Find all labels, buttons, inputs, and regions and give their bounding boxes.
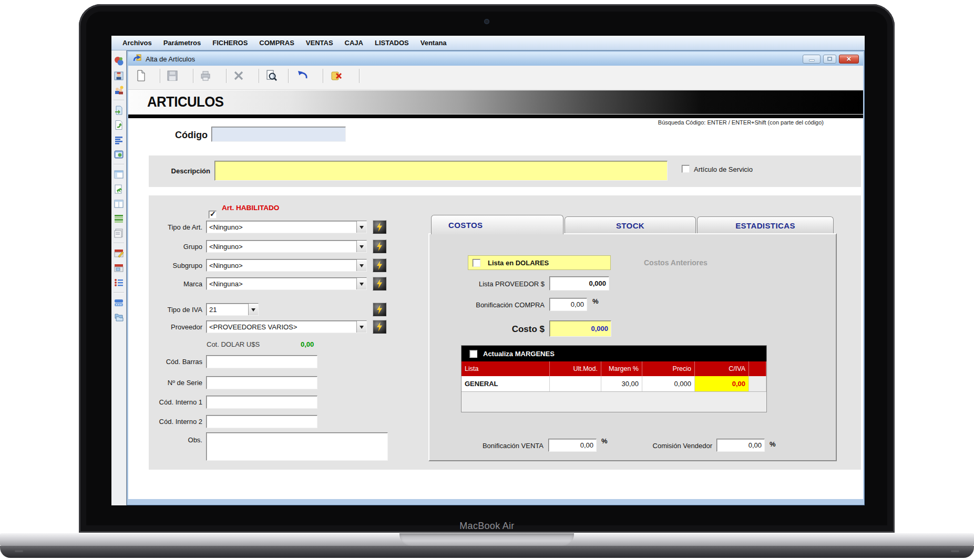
toolbar-separator [288, 69, 289, 83]
margenes-data-row: GENERAL 30,00 0,000 0,00 [462, 376, 766, 392]
lista-proveedor-input[interactable] [549, 276, 609, 291]
lightning-icon [376, 279, 383, 288]
bonif-venta-label: Bonificación VENTA [450, 442, 544, 450]
exit-icon[interactable] [329, 68, 344, 83]
minimize-button[interactable] [803, 55, 821, 64]
tipo-iva-lightning-button[interactable] [373, 303, 386, 316]
bonif-compra-percent: % [592, 297, 599, 305]
toolbar-separator [259, 69, 259, 83]
search-icon[interactable] [264, 68, 279, 83]
search-hint: Búsqueda Código: ENTER / ENTER+Shift (co… [520, 119, 824, 126]
grupo-lightning-button[interactable] [373, 240, 386, 253]
cell-margen[interactable]: 30,00 [601, 376, 642, 391]
grupo-select[interactable]: <Ninguno> [206, 240, 367, 253]
tab-stock-label: STOCK [616, 221, 644, 230]
sidebar-table-green-icon[interactable] [113, 213, 125, 224]
tipo-art-lightning-button[interactable] [373, 220, 386, 234]
obs-textarea[interactable] [206, 432, 388, 461]
cell-lista[interactable]: GENERAL [462, 376, 550, 391]
save-icon[interactable] [165, 68, 180, 83]
tipo-art-select[interactable]: <Ninguno> [206, 221, 367, 233]
chevron-down-icon[interactable] [356, 321, 366, 333]
comision-label: Comisión Vendedor [628, 442, 712, 450]
menu-item-compras[interactable]: COMPRAS [253, 39, 300, 47]
proveedor-lightning-button[interactable] [373, 320, 386, 334]
chevron-down-icon[interactable] [248, 304, 258, 315]
tipo-iva-select[interactable]: 21 [206, 303, 259, 316]
menu-bar: Archivos Parámetros FICHEROS COMPRAS VEN… [111, 36, 865, 50]
menu-item-ventas[interactable]: VENTAS [300, 39, 339, 47]
lista-dolares-checkbox[interactable] [473, 259, 480, 267]
cell-precio[interactable]: 0,000 [642, 376, 695, 391]
chevron-down-icon[interactable] [356, 278, 366, 289]
menu-item-archivos[interactable]: Archivos [117, 39, 158, 47]
lightning-icon [376, 242, 383, 251]
sidebar-document-icon[interactable] [113, 105, 125, 116]
sidebar-users-icon[interactable] [113, 85, 125, 96]
sidebar-document-arrow-icon[interactable] [113, 119, 125, 131]
sidebar-globe-icon[interactable] [113, 55, 125, 67]
subgrupo-lightning-button[interactable] [373, 258, 386, 272]
tab-costos[interactable]: COSTOS [431, 215, 563, 234]
col-precio: Precio [642, 361, 695, 376]
cod-barras-input[interactable] [206, 355, 317, 368]
menu-item-caja[interactable]: CAJA [339, 39, 369, 47]
articulo-servicio-checkbox[interactable] [682, 165, 690, 173]
maximize-button[interactable] [823, 55, 836, 64]
sidebar-window-preview-icon[interactable] [113, 149, 125, 160]
margenes-column-header-row: Lista Ult.Mod. Margen % Precio C/IVA [462, 361, 766, 376]
comision-percent: % [770, 440, 776, 448]
articulo-servicio-label: Artículo de Servicio [694, 165, 753, 173]
sidebar-separator [114, 164, 124, 165]
close-button[interactable] [839, 55, 859, 64]
menu-item-ventana[interactable]: Ventana [415, 39, 453, 47]
sidebar-text-lines-icon[interactable] [113, 134, 125, 146]
proveedor-label: Proveedor [95, 323, 202, 331]
menu-item-ficheros[interactable]: FICHEROS [207, 39, 253, 47]
toolbar-separator [323, 69, 323, 83]
bonif-compra-input[interactable] [549, 298, 587, 311]
comision-input[interactable] [716, 439, 765, 452]
bonif-venta-input[interactable] [548, 439, 597, 452]
proveedor-select[interactable]: <PROVEEDORES VARIOS> [206, 320, 367, 333]
tab-stock[interactable]: STOCK [565, 216, 696, 234]
window-title: Alta de Artículos [146, 55, 195, 63]
actualiza-margenes-checkbox[interactable] [469, 350, 477, 358]
grupo-label: Grupo [95, 243, 202, 251]
menu-item-parametros[interactable]: Parámetros [158, 39, 207, 47]
subgrupo-select[interactable]: <Ninguno> [206, 259, 367, 272]
costo-input[interactable] [549, 320, 611, 337]
cod-interno1-input[interactable] [206, 396, 317, 409]
margenes-table: Actualiza MARGENES Lista Ult.Mod. Margen… [461, 345, 767, 412]
chevron-down-icon[interactable] [356, 260, 366, 271]
new-document-icon[interactable] [134, 68, 148, 83]
form-header: ARTICULOS [128, 90, 863, 114]
sidebar-form-columns-icon[interactable] [113, 198, 125, 210]
undo-icon[interactable] [295, 68, 310, 83]
habilitado-checkbox[interactable] [209, 211, 217, 219]
tab-estadisticas[interactable]: ESTADISTICAS [697, 216, 834, 234]
sidebar-form-icon[interactable] [113, 169, 125, 180]
marca-select[interactable]: <Ninguna> [206, 277, 367, 290]
tab-costos-label: COSTOS [448, 221, 483, 230]
cod-interno2-input[interactable] [206, 415, 317, 428]
descripcion-input[interactable] [214, 161, 668, 181]
tipo-iva-label: Tipo de IVA [95, 306, 202, 314]
num-serie-input[interactable] [206, 376, 317, 389]
proveedor-value: <PROVEEDORES VARIOS> [209, 323, 297, 331]
margenes-header-bar: Actualiza MARGENES [462, 346, 766, 361]
cell-ultmod[interactable] [550, 376, 601, 391]
cell-filler [749, 376, 766, 391]
menu-item-listados[interactable]: LISTADOS [369, 39, 415, 47]
sidebar-user-icon[interactable] [113, 70, 125, 81]
chevron-down-icon[interactable] [356, 241, 366, 252]
chevron-down-icon[interactable] [356, 221, 366, 233]
descripcion-label: Descripción [141, 167, 210, 175]
cell-civa[interactable]: 0,00 [695, 376, 749, 391]
close-icon [847, 54, 852, 64]
marca-lightning-button[interactable] [373, 277, 386, 291]
codigo-input[interactable] [211, 127, 346, 142]
delete-x-icon[interactable] [231, 68, 246, 83]
sidebar-form-new-icon[interactable] [113, 183, 125, 195]
print-icon[interactable] [198, 68, 213, 83]
